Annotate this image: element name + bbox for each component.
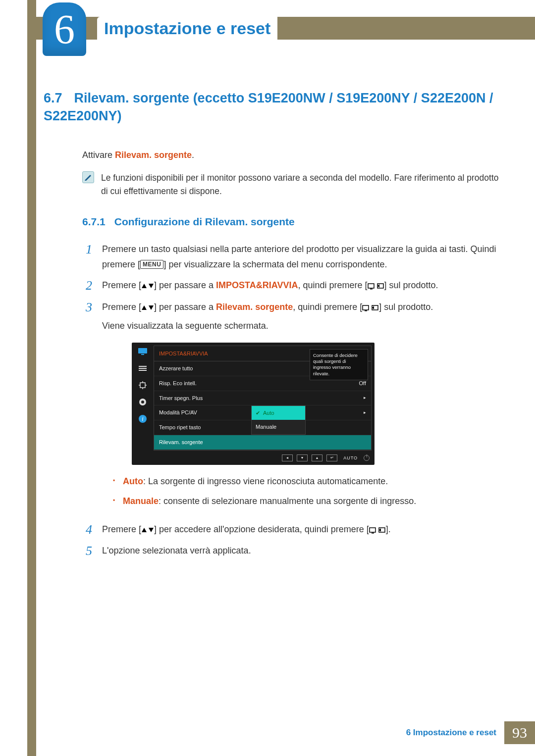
resize-icon	[137, 380, 149, 390]
svg-rect-3	[370, 289, 373, 290]
svg-rect-12	[138, 348, 147, 353]
section-heading: 6.7Rilevam. sorgente (eccetto S19E200NW …	[44, 89, 505, 125]
svg-marker-1	[149, 284, 154, 288]
svg-rect-14	[139, 366, 147, 367]
svg-marker-7	[149, 305, 154, 310]
page-content: 6.7Rilevam. sorgente (eccetto S19E200NW …	[44, 89, 505, 564]
svg-rect-9	[365, 310, 367, 311]
svg-rect-8	[363, 305, 369, 310]
nav-left-icon: ◂	[282, 454, 293, 461]
intro-term: Rilevam. sorgente	[115, 150, 192, 160]
page-footer: 6 Impostazione e reset 93	[406, 721, 535, 744]
intro-line: Attivare Rilevam. sorgente.	[82, 150, 505, 160]
osd-popover-selected: ✔Auto	[252, 406, 305, 420]
page-number: 93	[504, 721, 535, 744]
section-title: Rilevam. sorgente (eccetto S19E200NW / S…	[44, 91, 493, 123]
menu-key: MENU	[140, 260, 163, 269]
osd-row: Timer spegn. Plus▸	[154, 391, 371, 406]
step-4: 4 Premere [] per accedere all'opzione de…	[82, 522, 505, 537]
svg-marker-0	[142, 284, 147, 288]
osd-tooltip: Consente di decidere quali sorgenti di i…	[310, 349, 368, 380]
menu-lines-icon	[137, 363, 149, 373]
subsection-heading: 6.7.1Configurazione di Rilevam. sorgente	[82, 216, 505, 228]
svg-rect-16	[139, 370, 147, 371]
note-text: Le funzioni disponibili per il monitor p…	[101, 171, 500, 198]
chapter-number-badge: 6	[43, 2, 86, 56]
osd-sidebar: i	[132, 343, 154, 453]
bullet-manuale: Manuale: consente di selezionare manualm…	[112, 494, 505, 509]
svg-rect-25	[372, 533, 374, 534]
osd-row-active: Rilevam. sorgente	[154, 435, 371, 450]
step-1: 1 Premere un tasto qualsiasi nella parte…	[82, 242, 505, 272]
nav-up-icon: ▴	[312, 454, 322, 461]
svg-marker-22	[142, 528, 147, 532]
monitor-icon	[137, 347, 149, 356]
check-icon: ✔	[256, 408, 260, 418]
up-down-icon	[141, 524, 154, 534]
svg-rect-2	[368, 284, 374, 288]
gear-icon	[137, 397, 149, 407]
svg-marker-6	[142, 305, 147, 310]
nav-down-icon: ▾	[297, 454, 308, 461]
osd-popover-item: Manuale	[252, 420, 305, 434]
svg-rect-13	[141, 354, 144, 355]
up-down-icon	[141, 302, 154, 312]
step-2: 2 Premere [] per passare a IMPOSTA&RIAVV…	[82, 278, 505, 293]
svg-rect-17	[140, 383, 145, 388]
svg-text:i: i	[142, 415, 143, 422]
step-3: 3 Premere [] per passare a Rilevam. sorg…	[82, 300, 505, 516]
osd-popover: ✔Auto Manuale	[251, 405, 306, 435]
left-margin-bar	[27, 0, 36, 756]
steps-list: 1 Premere un tasto qualsiasi nella parte…	[82, 242, 505, 558]
source-enter-icon	[368, 280, 384, 290]
option-descriptions: Auto: La sorgente di ingresso viene rico…	[112, 474, 505, 509]
svg-rect-24	[370, 528, 375, 532]
section-number: 6.7	[44, 91, 62, 105]
up-down-icon	[141, 280, 154, 290]
svg-rect-15	[139, 368, 147, 369]
power-icon	[364, 455, 370, 461]
auto-label: AUTO	[341, 454, 360, 462]
source-enter-icon	[362, 302, 379, 312]
footer-chapter-ref: 6 Impostazione e reset	[406, 728, 496, 738]
svg-marker-23	[149, 528, 154, 532]
bullet-auto: Auto: La sorgente di ingresso viene rico…	[112, 474, 505, 489]
note-icon	[82, 171, 94, 183]
chapter-title: Impostazione e reset	[97, 17, 277, 40]
nav-enter-icon: ↵	[326, 454, 337, 461]
note: Le funzioni disponibili per il monitor p…	[82, 171, 500, 198]
subsection-number: 6.7.1	[82, 216, 106, 227]
info-icon: i	[137, 414, 149, 424]
step-5: 5 L'opzione selezionata verrà applicata.	[82, 543, 505, 558]
subsection-title: Configurazione di Rilevam. sorgente	[114, 216, 295, 227]
osd-button-bar: ◂ ▾ ▴ ↵ AUTO	[132, 453, 374, 463]
osd-screenshot: i IMPOSTA&RIAVVIA Azzerare tutto Risp. E…	[132, 343, 505, 465]
source-enter-icon	[369, 524, 386, 534]
svg-point-19	[141, 401, 144, 403]
osd-main-panel: IMPOSTA&RIAVVIA Azzerare tutto Risp. Eco…	[154, 346, 372, 451]
